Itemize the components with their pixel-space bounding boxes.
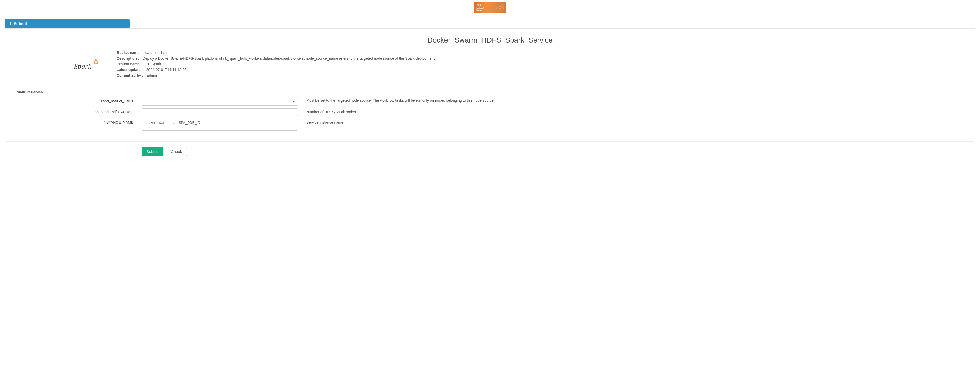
nb-spark-hdfs-workers-help: Number of HDFS/Spark nodes. <box>306 108 974 114</box>
committed-by-label: Committed by : <box>117 73 143 78</box>
node-source-name-help: Must be set to the targeted node source.… <box>306 97 974 102</box>
tabs-bar: 1. Submit <box>0 16 980 29</box>
instance-name-textarea[interactable]: docker-swarm-spark-$PA_JOB_ID <box>142 119 298 131</box>
svg-point-1 <box>498 5 502 10</box>
instance-name-help: Service instance name. <box>306 119 974 125</box>
instance-name-label: INSTANCE_NAME <box>6 119 134 125</box>
submit-button[interactable]: Submit <box>142 147 163 156</box>
logo-swirl-icon <box>495 3 504 12</box>
main-variables-heading: Main Variables <box>17 90 974 94</box>
page-title: Docker_Swarm_HDFS_Spark_Service <box>6 36 974 44</box>
project-name-label: Project name : <box>117 61 142 67</box>
latest-update-value: 2024-07-01T14:41:12.664 <box>146 67 189 73</box>
bucket-name-value: data-big-data <box>145 50 167 56</box>
header: Your LOGO here <box>0 0 980 16</box>
description-label: Description : <box>117 56 139 62</box>
svg-point-0 <box>496 4 504 11</box>
project-name-value: 01. Spark <box>145 61 161 67</box>
check-button[interactable]: Check <box>166 147 187 156</box>
brand-logo: Your LOGO here <box>474 2 506 13</box>
bucket-name-label: Bucket name : <box>117 50 142 56</box>
form-grid: node_source_name Must be set to the targ… <box>6 97 974 137</box>
latest-update-label: Latest update : <box>117 67 143 73</box>
nb-spark-hdfs-workers-input[interactable] <box>142 108 298 116</box>
meta-section: Spark Bucket name : data-big-data Descri… <box>6 49 974 85</box>
svg-point-2 <box>499 6 501 9</box>
description-value: Deploy a Docker Swarm-HDFS-Spark platfor… <box>143 56 436 62</box>
divider <box>6 141 974 142</box>
nb-spark-hdfs-workers-label: nb_spark_hdfs_workers <box>6 108 134 114</box>
committed-by-value: admin <box>147 73 157 78</box>
node-source-name-label: node_source_name <box>6 97 134 102</box>
tab-submit[interactable]: 1. Submit <box>5 19 130 29</box>
svg-text:Spark: Spark <box>74 62 92 70</box>
meta-table: Bucket name : data-big-data Description … <box>117 50 436 78</box>
spark-logo-icon: Spark <box>73 56 102 72</box>
node-source-name-select[interactable] <box>142 97 298 106</box>
